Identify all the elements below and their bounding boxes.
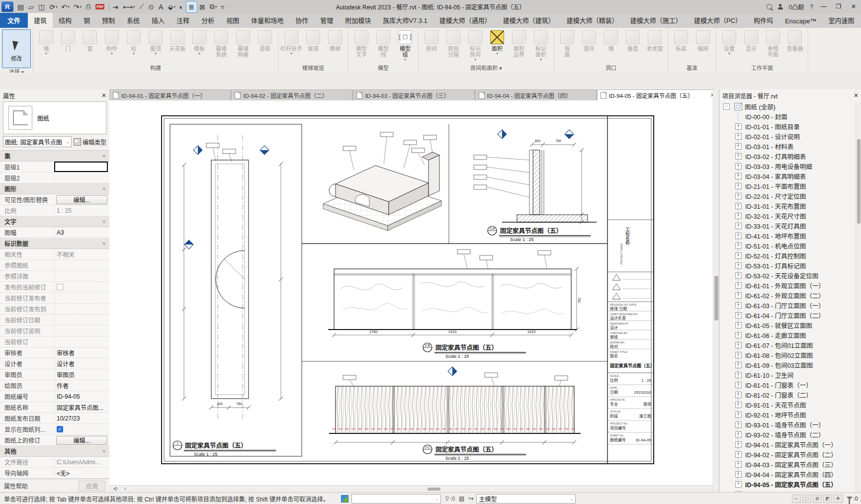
expand-icon[interactable]: + xyxy=(735,262,742,269)
property-value[interactable]: C:\Users\Admi... xyxy=(54,457,109,467)
revit-logo[interactable]: R xyxy=(1,1,13,12)
ribbon-tab[interactable]: 室内速图 xyxy=(823,13,861,28)
ribbon-button[interactable]: 柱 ▾ xyxy=(123,29,145,56)
ribbon-button[interactable]: 模型线 xyxy=(372,29,394,62)
browser-sheet-item[interactable]: + ID-53-02 - 天花设备定位图 xyxy=(719,270,861,280)
browser-sheet-item[interactable]: + ID-61-09 - 包间03立面图 xyxy=(719,360,861,370)
ribbon-tab[interactable]: 建模大师（PC） xyxy=(688,13,748,28)
expand-icon[interactable]: + xyxy=(735,153,742,160)
qat-button[interactable]: ⊠ xyxy=(197,1,208,12)
browser-sheet-item[interactable]: + ID-33-01 - 天花灯具图 xyxy=(719,221,861,231)
ribbon-button[interactable]: 墙 xyxy=(600,29,622,56)
property-row[interactable]: 显示在图纸列... xyxy=(0,424,109,435)
property-row[interactable]: 图幅 A3 xyxy=(0,227,109,238)
ribbon-button[interactable]: 标高 xyxy=(670,29,692,56)
property-row[interactable]: 当前修订发布者 xyxy=(0,293,109,304)
search-button[interactable] xyxy=(764,0,775,13)
qat-button[interactable]: ≣ xyxy=(186,1,197,13)
ribbon-tab[interactable]: 建模大师（精装） xyxy=(561,13,624,28)
view-control-icon[interactable]: ⟲ xyxy=(111,486,119,492)
property-row[interactable]: 文件路径 C:\Users\Admi... xyxy=(0,457,109,468)
browser-sheet-item[interactable]: + ID-61-04 - 门厅立面图（二） xyxy=(719,310,861,320)
properties-help-link[interactable]: 属性帮助 xyxy=(4,482,28,490)
ribbon-button[interactable]: 楼梯 xyxy=(324,29,346,56)
ribbon-tab[interactable]: 建模大师（通用） xyxy=(433,13,497,28)
ribbon-tab[interactable]: 建筑 xyxy=(28,13,53,28)
expand-icon[interactable]: + xyxy=(735,402,742,408)
expand-icon[interactable]: + xyxy=(735,342,742,348)
browser-sheet-item[interactable]: + ID-94-05 - 固定家具节点图（五） xyxy=(719,479,861,489)
browser-sheet-item[interactable]: + ID-41-01 - 地坪布置图 xyxy=(719,231,861,241)
ribbon-tab[interactable]: 视图 xyxy=(220,13,245,28)
property-row[interactable]: 图纸名称 固定家具节点图... xyxy=(0,402,109,413)
browser-sheet-item[interactable]: + ID-61-10 - 卫生间 xyxy=(719,370,861,380)
ribbon-button[interactable]: 设置 ▾ xyxy=(718,29,740,56)
ribbon-tab[interactable]: 体量和场地 xyxy=(245,13,289,28)
qat-button[interactable]: ▿ xyxy=(219,1,227,12)
browser-sheet-item[interactable]: + ID-93-01 - 墙身节点图（一） xyxy=(719,420,861,429)
collapse-icon[interactable]: − xyxy=(723,103,730,110)
design-option-combobox[interactable]: 主模型⌄ xyxy=(476,494,576,504)
property-row[interactable]: 相关性 不相关 xyxy=(0,249,109,260)
ribbon-button[interactable]: 垂直 xyxy=(622,29,644,56)
property-row[interactable]: 可见性/图形替换 编辑... xyxy=(0,194,109,205)
drag-on-selection-toggle-icon[interactable]: ✥ xyxy=(834,495,843,503)
property-value[interactable]: 设计者 xyxy=(54,358,109,369)
property-value[interactable]: 1 : 25 xyxy=(54,205,109,216)
plugin-badge[interactable]: 0凸翻 xyxy=(786,0,807,13)
ribbon-button[interactable]: 天花板 xyxy=(167,29,188,56)
view-tab[interactable]: ID-94-02 - 固定家具节点图（二） xyxy=(231,89,352,100)
ribbon-button[interactable]: 面积 ▾ xyxy=(486,29,508,56)
qat-button[interactable]: ◐ xyxy=(177,1,186,12)
ribbon-tab[interactable]: 建模大师（建筑） xyxy=(497,13,561,28)
ribbon-button[interactable]: 标记房间 ▾ xyxy=(464,29,486,62)
property-value[interactable]: 不相关 xyxy=(54,249,109,259)
ribbon-button[interactable]: 标记面积 ▾ xyxy=(530,29,552,62)
property-value[interactable]: ID-94-05 xyxy=(54,391,109,402)
ribbon-button[interactable]: 房间分隔 xyxy=(442,29,464,62)
select-underlay-toggle-icon[interactable]: ⬚ xyxy=(802,495,811,503)
browser-sheet-item[interactable]: + ID-61-05 - 就餐区立面图 xyxy=(719,320,861,330)
qat-button[interactable]: ⇥ xyxy=(110,1,121,12)
select-by-face-toggle-icon[interactable]: ◩ xyxy=(823,495,832,503)
maximize-button[interactable]: ❐ xyxy=(831,0,846,13)
property-value[interactable] xyxy=(54,336,109,347)
ribbon-tab[interactable]: 注释 xyxy=(171,13,195,28)
expand-icon[interactable]: + xyxy=(735,352,742,358)
property-row[interactable]: 集 xyxy=(0,151,109,162)
expand-icon[interactable]: + xyxy=(735,282,742,289)
expand-icon[interactable]: + xyxy=(735,163,742,169)
property-value[interactable]: 固定家具节点图... xyxy=(54,402,109,413)
expand-icon[interactable]: + xyxy=(735,123,742,130)
property-value[interactable] xyxy=(54,172,109,183)
ribbon-button[interactable]: 窗 xyxy=(79,29,101,56)
ribbon-tab[interactable]: 预制 xyxy=(96,13,121,28)
property-value[interactable] xyxy=(54,315,109,325)
qat-button[interactable] xyxy=(108,3,109,11)
browser-node-sheets[interactable]: − 图纸 (全部) xyxy=(719,101,861,111)
qat-button[interactable]: ▤ xyxy=(15,1,26,12)
expand-icon[interactable]: + xyxy=(735,481,742,488)
qat-button[interactable]: ⊙ xyxy=(146,1,157,12)
apply-button[interactable]: 应用 xyxy=(79,481,105,491)
modify-button[interactable]: 修改 xyxy=(2,29,31,68)
property-value[interactable]: 审图员 xyxy=(54,369,109,380)
expand-icon[interactable]: + xyxy=(735,332,742,338)
browser-sheet-item[interactable]: + ID-94-01 - 固定家具节点图（一） xyxy=(719,439,861,449)
ribbon-tab[interactable]: 族库大师V7.3.1 xyxy=(377,13,433,28)
expand-icon[interactable]: + xyxy=(735,143,742,150)
worksets-icon[interactable] xyxy=(341,495,348,503)
property-value[interactable] xyxy=(54,260,109,270)
ribbon-tab[interactable]: 文件 xyxy=(0,13,28,28)
expand-icon[interactable]: + xyxy=(735,461,742,468)
expand-icon[interactable]: + xyxy=(735,431,742,438)
property-row[interactable]: 比例 1 : 25 xyxy=(0,205,109,216)
account-button[interactable] xyxy=(775,0,786,13)
ribbon-button[interactable]: 幕墙网格 xyxy=(232,29,254,62)
property-row[interactable]: 当前修订发布到 xyxy=(0,304,109,315)
property-row[interactable]: 发布的当前修订 xyxy=(0,282,109,293)
ribbon-button[interactable]: 竖井 xyxy=(578,29,600,56)
browser-sheet-item[interactable]: + ID-94-02 - 固定家具节点图（二） xyxy=(719,449,861,459)
ribbon-button[interactable]: 按面 xyxy=(556,29,578,62)
expand-icon[interactable]: + xyxy=(735,322,742,329)
